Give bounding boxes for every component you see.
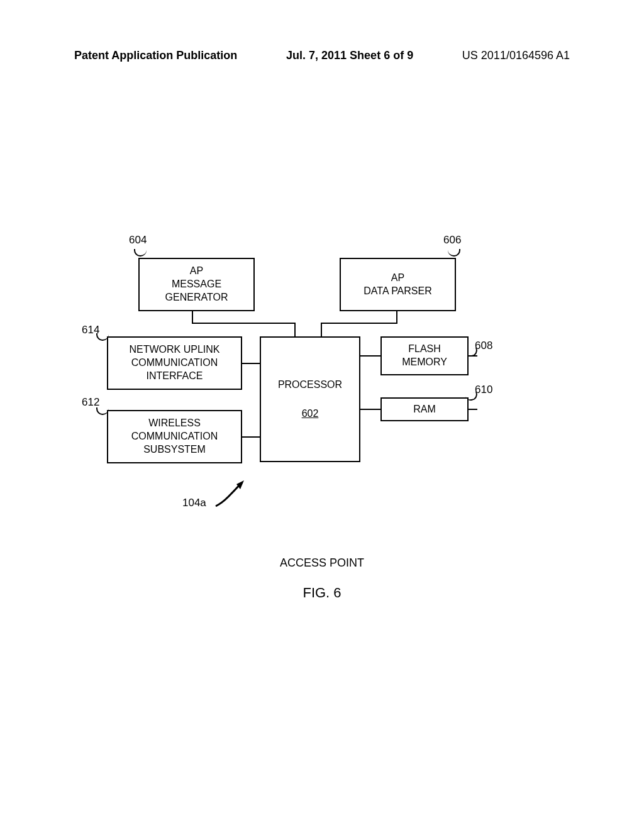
connector-line	[360, 409, 382, 410]
page-header: Patent Application Publication Jul. 7, 2…	[0, 49, 644, 62]
box-ram: RAM	[380, 397, 469, 421]
box-flash-memory: FLASH MEMORY	[380, 336, 469, 375]
header-left-text: Patent Application Publication	[74, 49, 237, 62]
leader-hook-icon	[134, 249, 147, 257]
box-wireless-subsystem: WIRELESS COMMUNICATION SUBSYSTEM	[107, 410, 242, 463]
caption-access-point: ACCESS POINT	[0, 556, 644, 570]
box-label: FLASH MEMORY	[402, 343, 447, 369]
ref-num-104a: 104a	[182, 497, 206, 509]
caption-figure-number: FIG. 6	[0, 585, 644, 601]
block-diagram: 604 606 614 612 608 610 AP MESSAGE GENER…	[94, 252, 535, 472]
box-label: WIRELESS COMMUNICATION SUBSYSTEM	[131, 417, 218, 456]
ref-num-604: 604	[129, 234, 147, 246]
figure-reference-104a: 104a	[182, 497, 206, 509]
ref-num-612: 612	[82, 396, 99, 409]
header-center-text: Jul. 7, 2011 Sheet 6 of 9	[286, 49, 413, 62]
connector-line	[192, 323, 296, 324]
connector-line	[242, 436, 261, 438]
box-processor: PROCESSOR 602	[260, 336, 360, 462]
connector-line	[321, 323, 397, 324]
box-label: NETWORK UPLINK COMMUNICATION INTERFACE	[129, 343, 219, 382]
ref-num-610: 610	[475, 384, 492, 396]
connector-line	[360, 355, 382, 357]
box-label: AP DATA PARSER	[364, 272, 431, 298]
box-network-uplink: NETWORK UPLINK COMMUNICATION INTERFACE	[107, 336, 242, 390]
header-right-text: US 2011/0164596 A1	[462, 49, 570, 62]
processor-label: PROCESSOR	[278, 379, 342, 392]
ref-num-608: 608	[475, 340, 492, 352]
connector-line	[321, 323, 322, 338]
processor-ref-num: 602	[302, 407, 319, 421]
ref-num-606: 606	[443, 234, 461, 246]
connector-line	[469, 409, 477, 410]
connector-line	[294, 323, 296, 338]
box-label: RAM	[413, 403, 436, 416]
connector-line	[396, 311, 397, 324]
connector-line	[469, 355, 477, 357]
box-label: AP MESSAGE GENERATOR	[165, 265, 228, 304]
box-ap-data-parser: AP DATA PARSER	[340, 258, 456, 311]
box-ap-message-generator: AP MESSAGE GENERATOR	[138, 258, 255, 311]
leader-hook-icon	[448, 249, 460, 257]
connector-line	[242, 363, 261, 364]
arrow-icon	[213, 478, 250, 509]
connector-line	[192, 311, 193, 324]
